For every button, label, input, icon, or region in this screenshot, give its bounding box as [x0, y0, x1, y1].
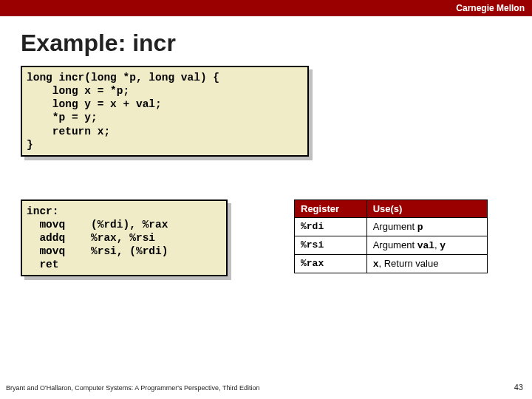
use-cell: x, Return value — [366, 254, 487, 273]
table-row: %rdi Argument p — [295, 217, 488, 236]
reg-cell: %rax — [295, 254, 367, 273]
page-number: 43 — [514, 383, 523, 392]
register-table: Register Use(s) %rdi Argument p %rsi Arg… — [294, 200, 488, 273]
page-title: Example: incr — [21, 30, 532, 57]
c-code: long incr(long *p, long val) { long x = … — [21, 66, 309, 157]
table-header-row: Register Use(s) — [295, 200, 488, 217]
use-cell: Argument val, y — [366, 236, 487, 254]
lower-row: incr: movq (%rdi), %rax addq %rax, %rsi … — [21, 200, 532, 277]
asm-code: incr: movq (%rdi), %rax addq %rax, %rsi … — [21, 200, 228, 277]
table-row: %rax x, Return value — [295, 254, 488, 273]
asm-code-block: incr: movq (%rdi), %rax addq %rax, %rsi … — [21, 200, 228, 277]
org-label: Carnegie Mellon — [456, 3, 525, 13]
reg-cell: %rsi — [295, 236, 367, 254]
table-row: %rsi Argument val, y — [295, 236, 488, 254]
col-register: Register — [295, 200, 367, 217]
use-cell: Argument p — [366, 217, 487, 236]
c-code-block: long incr(long *p, long val) { long x = … — [21, 66, 309, 157]
footer-citation: Bryant and O'Hallaron, Computer Systems:… — [6, 384, 259, 392]
reg-cell: %rdi — [295, 217, 367, 236]
header-bar: Carnegie Mellon — [0, 0, 532, 16]
col-uses: Use(s) — [366, 200, 487, 217]
